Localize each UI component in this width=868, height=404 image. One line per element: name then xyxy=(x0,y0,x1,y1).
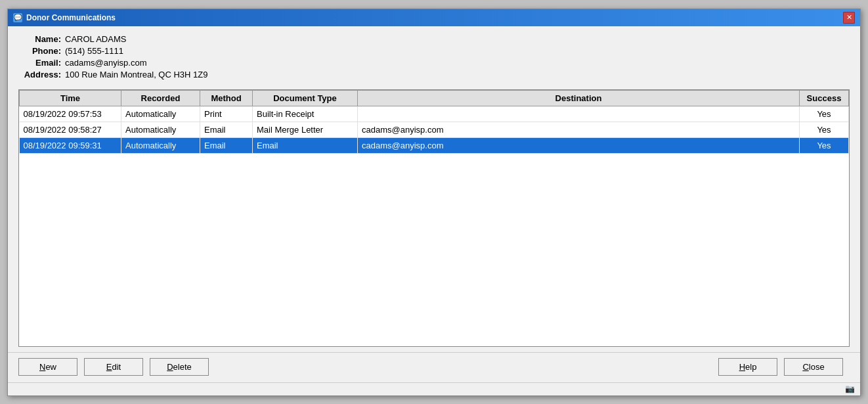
communications-table-wrapper: Time Recorded Method Document Type Desti… xyxy=(18,89,850,347)
title-bar-left: 💬 Donor Communications xyxy=(13,13,116,22)
phone-value: (514) 555-1111 xyxy=(65,46,123,56)
table-row[interactable]: 08/19/2022 09:58:27AutomaticallyEmailMai… xyxy=(20,122,849,137)
header-doctype: Document Type xyxy=(253,90,358,106)
donor-communications-window: 💬 Donor Communications ✕ Name: CAROL ADA… xyxy=(7,9,861,396)
camera-icon: 📷 xyxy=(845,384,855,393)
delete-button[interactable]: Delete xyxy=(150,358,209,376)
table-cell: Email xyxy=(200,137,253,153)
table-cell: cadams@anyisp.com xyxy=(358,122,800,137)
communications-table: Time Recorded Method Document Type Desti… xyxy=(19,90,849,154)
header-recorded: Recorded xyxy=(121,90,200,106)
table-header-row: Time Recorded Method Document Type Desti… xyxy=(20,90,849,106)
table-cell: Mail Merge Letter xyxy=(253,122,358,137)
table-row[interactable]: 08/19/2022 09:57:53AutomaticallyPrintBui… xyxy=(20,106,849,122)
table-cell: Yes xyxy=(800,106,849,122)
new-button[interactable]: New xyxy=(18,358,77,376)
table-cell: 08/19/2022 09:57:53 xyxy=(20,106,121,122)
address-label: Address: xyxy=(18,70,61,79)
table-cell: Automatically xyxy=(121,137,200,153)
window-icon: 💬 xyxy=(13,13,22,22)
phone-row: Phone: (514) 555-1111 xyxy=(18,46,850,56)
table-cell: cadams@anyisp.com xyxy=(358,137,800,153)
name-row: Name: CAROL ADAMS xyxy=(18,34,850,44)
edit-button[interactable]: Edit xyxy=(84,358,143,376)
phone-label: Phone: xyxy=(18,46,61,56)
name-value: CAROL ADAMS xyxy=(65,34,126,44)
table-cell: 08/19/2022 09:59:31 xyxy=(20,137,121,153)
table-cell: Yes xyxy=(800,122,849,137)
header-success: Success xyxy=(800,90,849,106)
table-row[interactable]: 08/19/2022 09:59:31AutomaticallyEmailEma… xyxy=(20,137,849,153)
title-bar: 💬 Donor Communications ✕ xyxy=(8,9,860,26)
main-content: Name: CAROL ADAMS Phone: (514) 555-1111 … xyxy=(8,26,860,352)
table-cell: Built-in Receipt xyxy=(253,106,358,122)
table-cell: Yes xyxy=(800,137,849,153)
status-bar: 📷 xyxy=(8,382,860,395)
table-cell: Automatically xyxy=(121,122,200,137)
name-label: Name: xyxy=(18,34,61,44)
help-button[interactable]: Help xyxy=(718,358,777,376)
table-cell: Automatically xyxy=(121,106,200,122)
table-cell: Email xyxy=(253,137,358,153)
window-title: Donor Communications xyxy=(26,13,116,22)
window-close-button[interactable]: ✕ xyxy=(843,12,855,24)
header-method: Method xyxy=(200,90,253,106)
table-cell: Email xyxy=(200,122,253,137)
table-cell: 08/19/2022 09:58:27 xyxy=(20,122,121,137)
header-destination: Destination xyxy=(358,90,800,106)
header-time: Time xyxy=(20,90,121,106)
donor-info-section: Name: CAROL ADAMS Phone: (514) 555-1111 … xyxy=(18,34,850,81)
close-button[interactable]: Close xyxy=(784,358,843,376)
address-row: Address: 100 Rue Main Montreal, QC H3H 1… xyxy=(18,70,850,79)
email-label: Email: xyxy=(18,58,61,68)
table-cell xyxy=(358,106,800,122)
email-value: cadams@anyisp.com xyxy=(65,58,146,68)
email-row: Email: cadams@anyisp.com xyxy=(18,58,850,68)
button-bar: New Edit Delete Help Close xyxy=(8,352,860,382)
address-value: 100 Rue Main Montreal, QC H3H 1Z9 xyxy=(65,70,207,79)
table-cell: Print xyxy=(200,106,253,122)
